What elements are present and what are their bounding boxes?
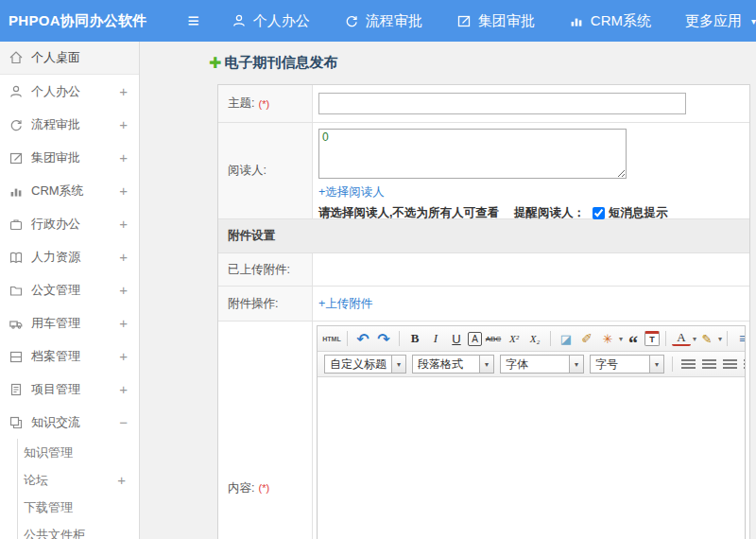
font-family-select[interactable]: 字体 ▾ [500,355,584,374]
top-navigation: 个人办公 流程审批 集团审批 CRM系统 更多应用 ▾ [232,12,756,30]
sidebar-subitem-forum[interactable]: 论坛 + [18,466,139,494]
sidebar-item-archive-management[interactable]: 档案管理 + [0,339,139,373]
topnav-group-approval[interactable]: 集团审批 [456,12,535,30]
upload-attachment-link[interactable]: +上传附件 [318,296,372,312]
sidebar-item-label: 公文管理 [31,282,80,299]
char-border-button[interactable]: A [468,332,482,346]
readers-row: 阅读人: 0 +选择阅读人 请选择阅读人,不选为所有人可查看 提醒阅读人： 短消… [218,123,749,219]
topnav-crm-system[interactable]: CRM系统 [569,12,651,30]
sidebar-item-group-approval[interactable]: 集团审批 + [0,141,139,174]
sidebar-item-knowledge-exchange[interactable]: 知识交流 − [0,406,139,439]
align-left-button[interactable] [679,355,697,374]
expand-icon[interactable]: + [119,348,128,364]
content-row: 内容: (*) HTML ↶ ↷ B I [218,322,749,539]
user-icon [9,84,25,99]
topnav-label: 更多应用 [685,12,742,30]
topnav-workflow-approval[interactable]: 流程审批 [344,12,422,30]
subject-input[interactable] [318,93,686,114]
paste-plain-text-button[interactable]: T [644,331,660,346]
uploaded-attachments-label: 已上传附件: [218,253,313,286]
paragraph-format-select[interactable]: 段落格式 ▾ [412,355,494,374]
sidebar-item-vehicle-management[interactable]: 用车管理 + [0,306,139,339]
remove-format-button[interactable]: ◪ [557,329,576,348]
topnav-label: 个人办公 [253,12,310,30]
hamburger-menu-icon[interactable]: ≡ [178,0,209,42]
expand-icon[interactable]: + [119,249,128,265]
archive-icon [9,349,25,364]
edit-icon [456,13,472,28]
sidebar-item-personal-office[interactable]: 个人办公 + [0,75,139,108]
format-painter-button[interactable]: ✐ [577,329,596,348]
redo-button[interactable]: ↷ [374,329,393,348]
collapse-icon[interactable]: − [119,414,128,430]
readers-content-cell: 0 +选择阅读人 请选择阅读人,不选为所有人可查看 提醒阅读人： 短消息提示 [313,123,749,218]
expand-icon[interactable]: + [119,315,128,331]
expand-icon[interactable]: + [119,381,128,397]
sidebar-item-workflow-approval[interactable]: 流程审批 + [0,108,139,141]
chevron-down-icon[interactable]: ▾ [718,335,722,343]
chevron-down-icon[interactable]: ▾ [619,335,623,343]
font-color-button[interactable]: A [672,332,691,346]
align-center-button[interactable] [699,355,718,374]
chevron-down-icon: ▾ [479,356,493,373]
bold-button[interactable]: B [405,329,424,348]
undo-button[interactable]: ↶ [353,329,372,348]
align-left-icon [681,359,696,370]
expand-icon[interactable]: + [119,216,128,232]
car-icon [9,316,25,331]
strikethrough-button[interactable]: ABC [484,329,503,348]
underline-button[interactable]: U [447,329,466,348]
subscript-button[interactable]: X₂ [525,329,544,348]
expand-icon[interactable]: + [119,282,128,298]
page-title-text: 电子期刊信息发布 [224,54,337,72]
expand-icon[interactable]: + [117,472,126,488]
align-justify-button[interactable] [741,355,745,374]
style-select[interactable]: 自定义标题 ▾ [324,355,406,374]
sidebar-item-human-resources[interactable]: 人力资源 + [0,240,139,273]
chevron-down-icon[interactable]: ▾ [693,335,696,343]
chevron-down-icon[interactable]: ▾ [751,16,756,26]
toolbar-separator [672,356,673,372]
readers-textarea[interactable]: 0 [318,129,627,179]
edit-icon [9,150,25,165]
sidebar-subitem-public-file-cabinet[interactable]: 公共文件柜 [18,521,139,539]
html-source-button[interactable]: HTML [322,329,341,348]
sms-remind-checkbox[interactable] [593,207,605,219]
expand-icon[interactable]: + [119,116,128,132]
attachment-ops-row: 附件操作: +上传附件 [218,287,749,322]
sidebar-subitem-knowledge-management[interactable]: 知识管理 [18,439,139,466]
auto-typeset-button[interactable]: ✳ [598,329,617,348]
chevron-down-icon: ▾ [569,356,583,373]
expand-icon[interactable]: + [119,183,128,199]
topnav-personal-office[interactable]: 个人办公 [232,12,310,30]
top-bar: PHPOA协同办公软件 ≡ 个人办公 流程审批 集团审批 CRM系统 更多应用 [0,0,756,42]
align-right-button[interactable] [720,355,739,374]
topnav-more-apps[interactable]: 更多应用 [685,12,742,30]
chevron-down-icon: ▾ [391,356,405,373]
sidebar-item-label: 集团审批 [31,149,80,166]
italic-button[interactable]: I [426,329,445,348]
sidebar-item-admin-office[interactable]: 行政办公 + [0,207,139,240]
sidebar-subitem-download-management[interactable]: 下载管理 [18,494,139,521]
highlight-color-button[interactable]: ✎ [697,329,716,348]
readers-hint-text: 请选择阅读人,不选为所有人可查看 [318,205,499,221]
toolbar-separator [550,331,551,346]
blockquote-button[interactable]: “ [624,329,643,348]
expand-icon[interactable]: + [119,83,128,99]
editor-body[interactable] [318,377,745,539]
sidebar-item-document-management[interactable]: 公文管理 + [0,273,139,306]
sidebar-subitem-label: 下载管理 [24,499,73,516]
choose-readers-link[interactable]: +选择阅读人 [318,185,385,199]
sidebar-item-label: 个人桌面 [31,49,80,66]
ordered-list-button[interactable]: ≡ [733,329,745,348]
field-label-text: 阅读人: [228,163,266,179]
user-icon [232,13,247,28]
folder-icon [9,283,25,298]
superscript-button[interactable]: X² [505,329,524,348]
sidebar-item-crm-system[interactable]: CRM系统 + [0,174,139,207]
sidebar-item-personal-desktop[interactable]: 个人桌面 [0,42,139,75]
sidebar-item-project-management[interactable]: 项目管理 + [0,373,139,406]
font-size-select[interactable]: 字号 ▾ [590,355,664,374]
sidebar-subitem-label: 知识管理 [24,444,73,461]
expand-icon[interactable]: + [119,149,128,165]
